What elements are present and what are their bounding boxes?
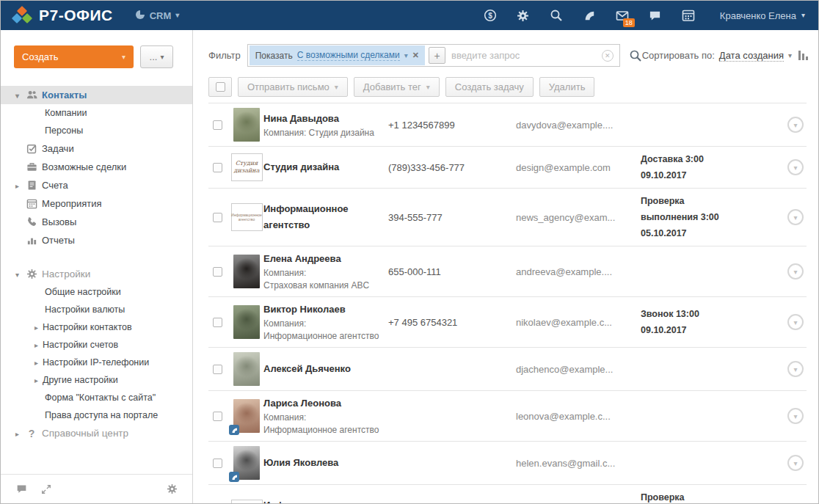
row-menu-button[interactable]: ▾ bbox=[787, 209, 804, 225]
sidebar-item[interactable]: ▸Настройки контактов bbox=[1, 318, 192, 336]
create-button[interactable]: Создать ▾ bbox=[14, 45, 134, 68]
contact-email[interactable]: davydova@example.... bbox=[516, 120, 641, 131]
chevron-right-icon[interactable]: ▸ bbox=[34, 341, 38, 349]
sidebar-item[interactable]: Настройки валюты bbox=[1, 301, 192, 318]
sidebar-item[interactable]: ▸Другие настройки bbox=[1, 371, 192, 389]
app-logo[interactable]: Р7-ОФИС bbox=[12, 6, 113, 25]
sidebar-item[interactable]: Отчеты bbox=[1, 231, 192, 249]
search-icon[interactable] bbox=[550, 9, 563, 22]
row-checkbox[interactable] bbox=[213, 163, 222, 172]
contact-email[interactable]: design@example.com bbox=[516, 162, 641, 173]
toolbar-button[interactable]: Создать задачу bbox=[445, 77, 534, 97]
sidebar-item[interactable]: ▾Настройки bbox=[1, 265, 192, 283]
row-checkbox[interactable] bbox=[213, 120, 222, 130]
row-checkbox[interactable] bbox=[213, 318, 222, 327]
chevron-down-icon[interactable]: ▾ bbox=[404, 52, 408, 59]
filter-chip[interactable]: Показать С возможными сделками ▾ ✕ bbox=[250, 45, 425, 65]
chevron-right-icon[interactable]: ▸ bbox=[34, 359, 38, 367]
row-menu-button[interactable]: ▾ bbox=[787, 455, 804, 471]
contact-email[interactable]: djachenco@example... bbox=[516, 364, 641, 375]
row-checkbox[interactable] bbox=[213, 267, 222, 277]
sidebar-item[interactable]: ▸Настройки IP-телефонии bbox=[1, 354, 192, 371]
calendar-icon[interactable] bbox=[682, 9, 695, 22]
contact-row[interactable]: Алексей Дьяченкоdjachenco@example...▾ bbox=[208, 348, 807, 391]
sidebar-item[interactable]: ▾Контакты bbox=[1, 86, 192, 104]
contact-email[interactable]: leonova@example.c... bbox=[516, 411, 641, 422]
contact-name[interactable]: Виктор Николаев bbox=[263, 302, 382, 318]
sidebar-item[interactable]: Форма "Контакты с сайта" bbox=[1, 389, 192, 406]
sidebar-item[interactable]: Общие настройки bbox=[1, 283, 192, 301]
feed-icon[interactable] bbox=[583, 9, 596, 22]
sidebar-item[interactable]: ▸Счета bbox=[1, 176, 192, 194]
filter-box[interactable]: Показать С возможными сделками ▾ ✕ + ✕ bbox=[247, 44, 620, 67]
mail-icon[interactable]: 18 bbox=[616, 9, 629, 22]
sidebar-item[interactable]: ▸Настройки счетов bbox=[1, 336, 192, 354]
chevron-right-icon[interactable]: ▸ bbox=[15, 181, 19, 189]
contact-name[interactable]: Юлия Яковлева bbox=[263, 455, 382, 471]
chevron-right-icon[interactable]: ▸ bbox=[15, 429, 19, 437]
more-actions-button[interactable]: ... ▾ bbox=[140, 45, 173, 68]
sidebar-item[interactable]: Мероприятия bbox=[1, 194, 192, 213]
sort-value[interactable]: Дата создания bbox=[719, 50, 784, 62]
sidebar-item[interactable]: ▸?Справочный центр bbox=[1, 424, 192, 442]
product-selector[interactable]: CRM ▾ bbox=[135, 10, 180, 22]
contact-name[interactable]: Информационное агентство bbox=[263, 497, 382, 503]
clear-search-icon[interactable]: ✕ bbox=[602, 50, 614, 62]
row-menu-button[interactable]: ▾ bbox=[787, 314, 804, 330]
contact-name[interactable]: Нина Давыдова bbox=[263, 111, 382, 127]
dollar-icon[interactable]: $ bbox=[484, 9, 497, 22]
sidebar-item[interactable]: Возможные сделки bbox=[1, 158, 192, 176]
chip-value[interactable]: С возможными сделками bbox=[297, 50, 400, 61]
contact-name[interactable]: Информационное агентство bbox=[263, 201, 382, 233]
search-input[interactable] bbox=[451, 50, 602, 61]
chevron-down-icon[interactable]: ▾ bbox=[15, 91, 19, 99]
contact-email[interactable]: news_agency@exam... bbox=[516, 212, 641, 223]
search-icon[interactable] bbox=[629, 49, 642, 62]
sidebar-item[interactable]: Задачи bbox=[1, 139, 192, 158]
row-menu-button[interactable]: ▾ bbox=[787, 159, 804, 175]
chevron-down-icon[interactable]: ▾ bbox=[788, 51, 792, 59]
contact-email[interactable]: nikolaev@example.c... bbox=[516, 317, 641, 328]
sidebar-item[interactable]: Вызовы bbox=[1, 213, 192, 231]
contact-row[interactable]: Юлия Яковлеваhelen.evans@gmail.c...▾ bbox=[208, 442, 807, 485]
talk-icon[interactable] bbox=[649, 9, 662, 22]
contact-row[interactable]: Виктор НиколаевКомпания:Информационное а… bbox=[208, 297, 807, 348]
sort-order-icon[interactable] bbox=[798, 51, 808, 60]
row-menu-button[interactable]: ▾ bbox=[787, 361, 804, 377]
contact-row[interactable]: ИнформационноеагентствоИнформационное аг… bbox=[208, 485, 807, 503]
row-checkbox[interactable] bbox=[213, 365, 222, 374]
contact-name[interactable]: Студия дизайна bbox=[263, 159, 382, 175]
sidebar-item[interactable]: Права доступа на портале bbox=[1, 406, 192, 424]
row-menu-button[interactable]: ▾ bbox=[787, 408, 804, 424]
contact-row[interactable]: Елена АндрееваКомпания:Страховая компани… bbox=[208, 246, 807, 297]
sidebar-item[interactable]: Компании bbox=[1, 104, 192, 122]
select-all-button[interactable] bbox=[208, 77, 232, 97]
row-checkbox[interactable] bbox=[213, 213, 222, 222]
add-filter-button[interactable]: + bbox=[429, 47, 445, 64]
toolbar-button[interactable]: Отправить письмо▾ bbox=[238, 77, 348, 97]
gear-icon[interactable] bbox=[166, 483, 178, 495]
contact-row[interactable]: Нина ДавыдоваКомпания: Студия дизайна+1 … bbox=[208, 103, 807, 147]
contact-name[interactable]: Лариса Леонова bbox=[263, 395, 382, 412]
row-checkbox[interactable] bbox=[213, 459, 222, 468]
toolbar-button[interactable]: Добавить тег▾ bbox=[354, 77, 440, 97]
toolbar-button[interactable]: Удалить bbox=[539, 77, 595, 97]
user-menu[interactable]: Кравченко Елена ▾ bbox=[720, 10, 805, 21]
gear-icon[interactable] bbox=[517, 9, 530, 22]
select-all-checkbox[interactable] bbox=[216, 82, 225, 92]
contact-row[interactable]: Лариса ЛеоноваКомпания:Информационное аг… bbox=[208, 391, 807, 442]
contact-row[interactable]: ИнформационноеагентствоИнформационное аг… bbox=[208, 189, 807, 246]
contact-name[interactable]: Алексей Дьяченко bbox=[263, 361, 382, 377]
contact-email[interactable]: helen.evans@gmail.c... bbox=[516, 458, 641, 469]
chevron-right-icon[interactable]: ▸ bbox=[34, 376, 38, 384]
sidebar-item[interactable]: Персоны bbox=[1, 122, 192, 139]
chevron-down-icon[interactable]: ▾ bbox=[15, 270, 19, 278]
contact-email[interactable]: andreeva@example.... bbox=[516, 266, 641, 277]
chip-remove-icon[interactable]: ✕ bbox=[412, 51, 419, 60]
row-menu-button[interactable]: ▾ bbox=[787, 117, 804, 133]
chevron-right-icon[interactable]: ▸ bbox=[34, 324, 38, 332]
row-menu-button[interactable]: ▾ bbox=[787, 263, 804, 280]
expand-icon[interactable] bbox=[40, 483, 52, 495]
contact-row[interactable]: СтудиядизайнаСтудия дизайна(789)333-456-… bbox=[208, 147, 807, 189]
row-checkbox[interactable] bbox=[213, 412, 222, 421]
